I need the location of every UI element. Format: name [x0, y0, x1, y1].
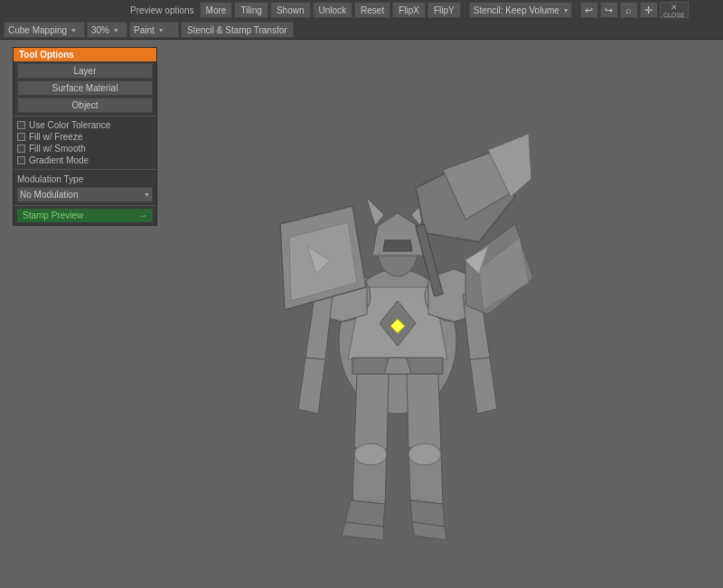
modulation-dropdown[interactable]: No Modulation: [17, 187, 153, 202]
svg-point-34: [408, 443, 441, 465]
stencil-dropdown[interactable]: Stencil: Keep Volume: [469, 2, 572, 18]
gradient-mode-label: Gradient Mode: [29, 155, 89, 165]
paint-dropdown[interactable]: Paint: [129, 22, 179, 38]
tb-tiling-btn[interactable]: Tiling: [234, 2, 268, 18]
undo-icon[interactable]: ↩: [580, 2, 598, 18]
svg-marker-25: [354, 374, 389, 450]
percent-dropdown[interactable]: 30%: [87, 22, 127, 38]
close-btn[interactable]: ✕ CLOSE: [660, 2, 689, 18]
toolbar-row2: Cube Mapping 30% Paint Stencil & Stamp T…: [0, 20, 723, 40]
move-icon[interactable]: ✛: [640, 2, 658, 18]
stencil-stamp-btn[interactable]: Stencil & Stamp Transfor: [181, 22, 294, 38]
viewport: Tool Options Layer Surface Material Obje…: [0, 40, 723, 588]
tb-flipy-btn[interactable]: FlipY: [427, 2, 461, 18]
tool-options-title: Tool Options: [14, 48, 156, 61]
gradient-mode-row: Gradient Mode: [14, 154, 156, 166]
svg-marker-13: [305, 294, 333, 359]
svg-point-33: [354, 443, 387, 465]
separator: [465, 3, 465, 17]
tb-flipx-btn[interactable]: FlipX: [392, 2, 426, 18]
tool-options-panel: Tool Options Layer Surface Material Obje…: [13, 47, 157, 226]
object-btn[interactable]: Object: [17, 98, 153, 113]
use-color-tolerance-label: Use Color Tolerance: [29, 120, 110, 130]
tb-more-btn[interactable]: More: [200, 2, 233, 18]
layer-btn[interactable]: Layer: [17, 63, 153, 79]
svg-marker-24: [384, 358, 411, 374]
fill-smooth-checkbox[interactable]: [17, 145, 25, 153]
svg-marker-10: [366, 197, 384, 226]
svg-marker-12: [383, 240, 412, 251]
svg-marker-14: [298, 358, 325, 414]
redo-icon[interactable]: ↪: [600, 2, 618, 18]
fill-freeze-checkbox[interactable]: [17, 133, 25, 141]
separator2: [576, 3, 577, 17]
fill-freeze-row: Fill w/ Freeze: [14, 131, 156, 143]
preview-label: Preview options: [130, 5, 194, 15]
fill-smooth-row: Fill w/ Smooth: [14, 143, 156, 154]
stamp-preview-arrow: →: [138, 210, 147, 220]
modulation-value: No Modulation: [20, 190, 78, 200]
svg-marker-16: [470, 358, 497, 414]
use-color-tolerance-checkbox[interactable]: [17, 121, 25, 129]
modulation-type-label: Modulation Type: [14, 173, 156, 185]
divider1: [14, 116, 156, 117]
search-icon[interactable]: ⌕: [620, 2, 638, 18]
toolbar-row1: Preview options More Tiling Shown Unlock…: [0, 0, 723, 20]
fill-smooth-label: Fill w/ Smooth: [29, 144, 86, 154]
toolbar: Preview options More Tiling Shown Unlock…: [0, 0, 723, 40]
gradient-mode-checkbox[interactable]: [17, 156, 25, 164]
svg-marker-27: [407, 374, 441, 450]
fill-freeze-label: Fill w/ Freeze: [29, 132, 82, 142]
stamp-preview-bar[interactable]: Stamp Preview →: [17, 209, 153, 222]
surface-material-btn[interactable]: Surface Material: [17, 80, 153, 96]
modulation-dropdown-row: No Modulation: [17, 187, 153, 202]
tb-unlock-btn[interactable]: Unlock: [313, 2, 353, 18]
use-color-tolerance-row: Use Color Tolerance: [14, 119, 156, 131]
armor-model: [208, 79, 587, 549]
tb-shown-btn[interactable]: Shown: [270, 2, 311, 18]
stamp-preview-label: Stamp Preview: [23, 210, 83, 220]
cube-mapping-dropdown[interactable]: Cube Mapping: [4, 22, 85, 38]
divider2: [14, 169, 156, 170]
divider3: [14, 205, 156, 206]
tb-reset-btn[interactable]: Reset: [354, 2, 390, 18]
